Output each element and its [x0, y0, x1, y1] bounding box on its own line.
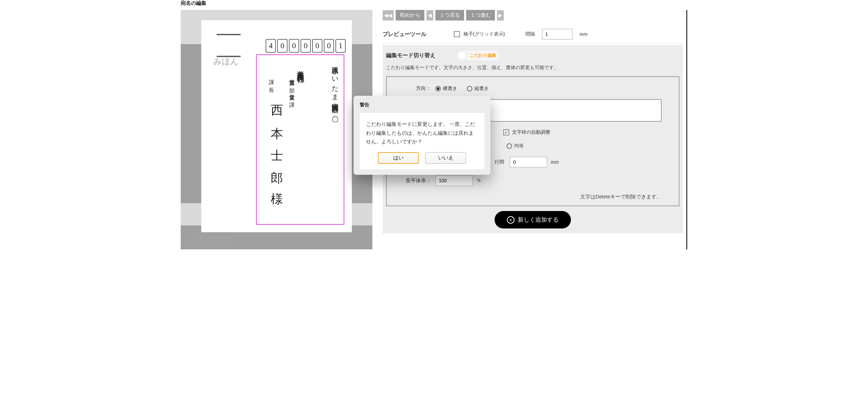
radio-vertical[interactable] [467, 86, 472, 91]
horizontal-label: 横書き [443, 86, 457, 92]
dialog-no-button[interactable]: いいえ [425, 152, 466, 164]
department-text[interactable]: 営業第１部 営業２課 [288, 75, 295, 98]
postal-digit: 0 [289, 39, 299, 53]
preview-tools-label: プレビューツール [383, 31, 426, 38]
reset-button[interactable]: 初めから [396, 10, 424, 21]
autofit-label: 文字枠の自動調整 [512, 129, 550, 135]
vertical-label: 縦書き [474, 86, 489, 92]
rewind-icon[interactable]: ◀◀ [383, 10, 394, 21]
postcard-preview[interactable]: みほん 4 0 0 0 0 0 1 埼玉県さいたま市浦和区高砂〇―〇〇 葉書産業… [201, 20, 352, 232]
sender-postal-placeholder [189, 237, 232, 245]
undo-button[interactable]: １つ戻る [435, 10, 464, 21]
postal-code: 4 0 0 0 0 0 1 [266, 39, 346, 53]
line-spacing-unit: mm [551, 159, 559, 165]
ratio-label: 長平体率： [404, 178, 431, 184]
sample-watermark: みほん [213, 56, 239, 67]
stamp-placeholder [217, 34, 241, 57]
delete-hint: 文字はDeleteキーで削除できます。 [404, 194, 662, 200]
autofit-checkbox[interactable] [503, 129, 509, 135]
add-new-button[interactable]: ＋ 新しく追加する [495, 211, 571, 228]
name-text[interactable]: 西 本 士 郎 様 [268, 95, 285, 187]
page-title: 宛名の編集 [181, 0, 687, 10]
address-text[interactable]: 埼玉県さいたま市浦和区高砂〇―〇〇 [331, 61, 340, 112]
warning-dialog: 警告 こだわり編集モードに変更します。 一度、こだわり編集したものは、かんたん編… [354, 96, 490, 175]
toggle-kodawari-label: こだわり編集 [470, 52, 496, 58]
ratio-unit: ％ [476, 178, 481, 184]
undo-arrow-icon[interactable]: ◀ [426, 10, 433, 21]
title-text[interactable]: 課 長 [268, 75, 275, 84]
postal-digit: 1 [335, 39, 346, 53]
postal-digit: 4 [266, 39, 276, 53]
dialog-message: こだわり編集モードに変更します。 一度、こだわり編集したものは、かんたん編集には… [366, 120, 478, 146]
direction-label: 方向： [404, 85, 431, 92]
line-spacing-input[interactable] [510, 157, 547, 168]
dialog-yes-button[interactable]: はい [378, 152, 419, 164]
edit-mode-label: 編集モード切り替え [386, 52, 435, 59]
dialog-title: 警告 [360, 102, 484, 108]
spacing-input[interactable] [542, 29, 573, 40]
grid-checkbox[interactable] [454, 31, 460, 37]
ratio-input[interactable] [435, 175, 473, 186]
mode-description: こだわり編集モードです。文字の大きさ、位置、揃え、書体の変更も可能です。 [386, 61, 679, 76]
radio-equal[interactable] [507, 143, 512, 149]
line-spacing-label: 行間 [495, 159, 504, 165]
edit-mode-toggle[interactable]: こだわり編集 [456, 50, 500, 61]
plus-icon: ＋ [507, 216, 514, 224]
add-button-label: 新しく追加する [518, 216, 559, 224]
postal-digit: 0 [312, 39, 322, 53]
postal-digit: 0 [277, 39, 288, 53]
postal-digit: 0 [301, 39, 311, 53]
redo-arrow-icon[interactable]: ▶ [497, 10, 504, 21]
radio-horizontal[interactable] [435, 86, 441, 91]
spacing-label: 間隔 [525, 31, 535, 37]
spacing-unit: mm [579, 31, 587, 37]
grid-label: 格子(グリッド表示) [463, 31, 505, 37]
preview-area: みほん 4 0 0 0 0 0 1 埼玉県さいたま市浦和区高砂〇―〇〇 葉書産業… [181, 10, 372, 249]
postal-digit: 0 [324, 39, 334, 53]
equal-label: 均等 [514, 143, 524, 149]
company-text[interactable]: 葉書産業株式会社 [295, 65, 306, 70]
redo-button[interactable]: １つ進む [466, 10, 495, 21]
